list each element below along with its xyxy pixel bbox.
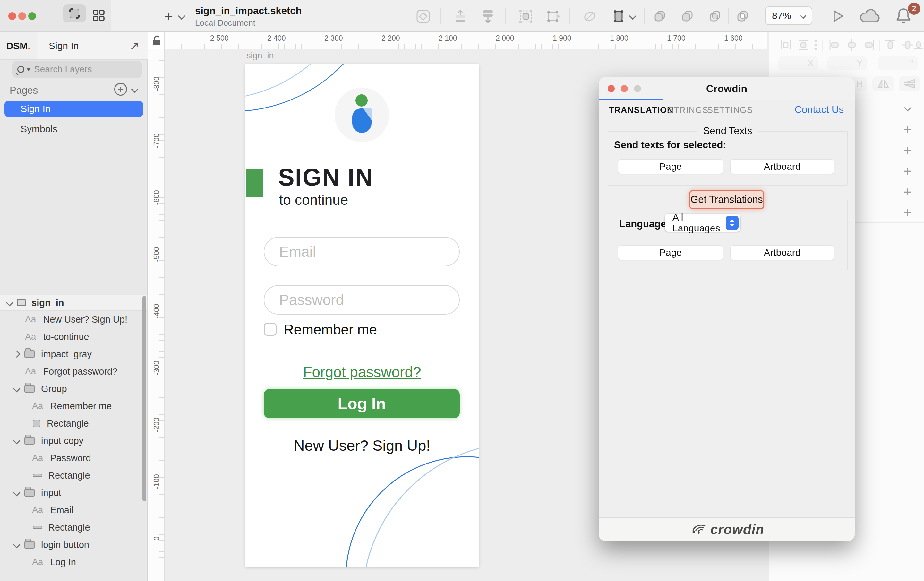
layer-row[interactable]: Rectangle bbox=[0, 415, 147, 432]
layer-row[interactable]: Rectangle bbox=[0, 467, 147, 484]
password-field[interactable] bbox=[264, 285, 460, 315]
language-dropdown[interactable]: All Languages bbox=[665, 214, 741, 232]
forgot-password-link[interactable]: Forgot password? bbox=[246, 363, 478, 381]
chevron-down-icon[interactable] bbox=[13, 489, 21, 497]
layer-row[interactable]: Aa Email bbox=[0, 502, 147, 519]
y-position-field[interactable]: Y bbox=[827, 56, 867, 70]
layer-row[interactable]: input copy bbox=[0, 432, 147, 449]
canvas-view-toggle[interactable] bbox=[63, 5, 86, 23]
layer-row[interactable]: Aa Remember me bbox=[0, 397, 147, 415]
layer-row[interactable]: Aa Log In bbox=[0, 553, 147, 571]
cloud-sync-icon[interactable] bbox=[858, 8, 881, 25]
sign-up-text[interactable]: New User? Sign Up! bbox=[246, 437, 478, 454]
tab-sign-in[interactable]: Sign In bbox=[49, 40, 79, 51]
zoom-traffic-light[interactable] bbox=[28, 12, 36, 20]
boolean-subtract-icon[interactable] bbox=[680, 9, 695, 24]
more-options-icon[interactable] bbox=[812, 38, 819, 52]
get-page-button[interactable]: Page bbox=[618, 245, 723, 260]
toolbar-divider bbox=[505, 8, 506, 25]
pages-collapse-chevron-icon[interactable] bbox=[131, 86, 139, 93]
layer-row-artboard[interactable]: sign_in bbox=[0, 295, 147, 311]
zoom-select[interactable]: 87% bbox=[765, 7, 812, 25]
logo-green-dot bbox=[355, 94, 368, 107]
layer-row[interactable]: Group bbox=[0, 380, 147, 397]
get-artboard-button[interactable]: Artboard bbox=[730, 245, 834, 260]
sidebar-scrollbar[interactable] bbox=[142, 296, 146, 502]
insert-symbol-icon[interactable] bbox=[416, 9, 431, 24]
layer-label: Group bbox=[41, 384, 67, 394]
distribute-horizontal-icon[interactable] bbox=[779, 38, 793, 52]
rotate-icon[interactable] bbox=[582, 9, 597, 24]
external-link-icon[interactable]: ↗ bbox=[130, 39, 139, 53]
tab-translation[interactable]: TRANSLATION bbox=[609, 105, 673, 115]
send-page-button[interactable]: Page bbox=[618, 159, 723, 174]
page-item-sign-in[interactable]: Sign In bbox=[5, 101, 143, 117]
close-traffic-light[interactable] bbox=[8, 12, 16, 20]
ungroup-icon[interactable] bbox=[545, 9, 560, 24]
email-input[interactable] bbox=[264, 243, 431, 260]
x-field-label: X bbox=[807, 58, 813, 68]
distribute-vertical-icon[interactable] bbox=[796, 38, 810, 52]
group-icon[interactable] bbox=[518, 9, 533, 24]
flip-horizontal-button[interactable] bbox=[872, 76, 894, 91]
unlock-icon[interactable] bbox=[148, 32, 165, 49]
layer-row[interactable]: input bbox=[0, 484, 147, 502]
flip-vertical-button[interactable] bbox=[899, 76, 921, 91]
chevron-down-icon[interactable] bbox=[6, 299, 13, 306]
play-preview-icon[interactable] bbox=[830, 8, 846, 24]
add-page-button[interactable]: + bbox=[114, 83, 127, 96]
document-title: sign_in_impact.sketch bbox=[195, 5, 302, 17]
flip-vertical-icon bbox=[903, 79, 916, 89]
x-position-field[interactable]: X bbox=[778, 56, 818, 70]
send-artboard-button[interactable]: Artboard bbox=[730, 159, 834, 174]
boolean-union-icon[interactable] bbox=[653, 9, 667, 24]
artboard[interactable]: SIGN IN to continue Remember me Forgot p… bbox=[246, 64, 478, 567]
layer-label: New User? Sign Up! bbox=[43, 314, 127, 325]
dropdown-stepper-icon[interactable] bbox=[726, 216, 739, 230]
sign-in-subheading: to continue bbox=[279, 192, 348, 208]
layer-label: sign_in bbox=[31, 298, 64, 308]
align-left-icon[interactable] bbox=[827, 38, 842, 52]
chevron-down-icon[interactable] bbox=[13, 541, 21, 549]
send-texts-label: Send texts for selected: bbox=[614, 139, 726, 151]
tab-settings[interactable]: SETTINGS bbox=[707, 105, 753, 115]
email-field[interactable] bbox=[264, 237, 460, 266]
get-translations-button[interactable]: Get Translations bbox=[689, 190, 764, 209]
remember-me-checkbox[interactable] bbox=[264, 323, 277, 336]
tab-strings[interactable]: STRINGS bbox=[668, 105, 708, 115]
edit-shape-chevron-icon[interactable] bbox=[629, 13, 637, 20]
chevron-right-icon[interactable] bbox=[13, 351, 21, 358]
chevron-down-icon[interactable] bbox=[13, 437, 21, 445]
minimize-traffic-light[interactable] bbox=[18, 12, 26, 20]
layer-row[interactable]: Aa to-continue bbox=[0, 328, 147, 345]
layer-row[interactable]: Rectangle bbox=[0, 519, 147, 536]
chevron-down-icon[interactable] bbox=[13, 385, 21, 392]
contact-us-link[interactable]: Contact Us bbox=[759, 104, 844, 116]
layer-row[interactable]: Aa Forgot password? bbox=[0, 363, 147, 380]
layer-row[interactable]: Aa New User? Sign Up! bbox=[0, 311, 147, 328]
password-input[interactable] bbox=[264, 291, 431, 308]
layer-row[interactable]: login button bbox=[0, 536, 147, 553]
tab-dsm[interactable]: DSM. bbox=[0, 32, 37, 60]
artboard-canvas-label[interactable]: sign_in bbox=[246, 51, 274, 61]
section-collapse-chevron-icon[interactable] bbox=[904, 104, 911, 112]
insert-button[interactable]: + bbox=[164, 8, 173, 25]
bring-forward-icon[interactable] bbox=[453, 9, 468, 24]
page-item-symbols[interactable]: Symbols bbox=[5, 122, 143, 136]
search-input[interactable] bbox=[34, 64, 130, 74]
log-in-button[interactable]: Log In bbox=[264, 389, 460, 418]
align-right-icon[interactable] bbox=[862, 38, 876, 52]
search-layers-field[interactable] bbox=[12, 61, 142, 78]
rotation-field[interactable]: ° bbox=[878, 56, 918, 70]
boolean-difference-icon[interactable] bbox=[735, 9, 750, 24]
grid-view-toggle[interactable] bbox=[91, 7, 107, 24]
align-top-icon[interactable] bbox=[883, 38, 898, 52]
edit-shape-icon[interactable] bbox=[611, 9, 626, 24]
boolean-intersect-icon[interactable] bbox=[708, 9, 723, 24]
layer-row[interactable]: Aa Password bbox=[0, 449, 147, 467]
align-center-horizontal-icon[interactable] bbox=[845, 38, 859, 52]
layer-row[interactable]: impact_gray bbox=[0, 345, 147, 363]
align-bottom-icon[interactable] bbox=[913, 38, 924, 52]
send-backward-icon[interactable] bbox=[480, 9, 495, 24]
insert-chevron-icon[interactable] bbox=[178, 13, 185, 20]
